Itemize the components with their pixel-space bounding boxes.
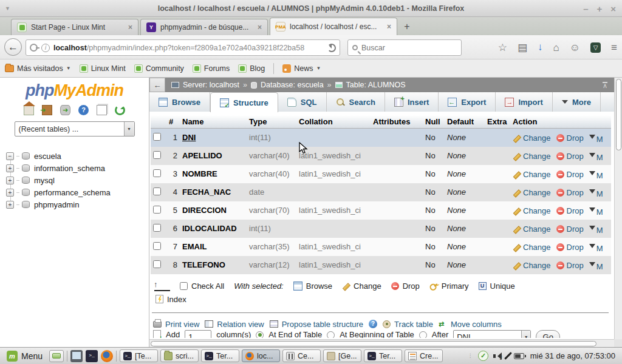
with-selected-browse[interactable]: Browse bbox=[293, 281, 332, 291]
change-link[interactable]: Change bbox=[513, 206, 551, 215]
change-link[interactable]: Change bbox=[513, 188, 551, 197]
row-checkbox[interactable] bbox=[153, 187, 161, 195]
tree-node-escuela[interactable]: − escuela bbox=[6, 150, 149, 162]
browser-tab-start-page[interactable]: Start Page - Linux Mint × bbox=[11, 19, 138, 35]
browser-tab-phpmyadmin[interactable]: PMA localhost / localhost / esc... × bbox=[270, 18, 397, 35]
column-name[interactable]: IDLOCALIDAD bbox=[180, 220, 247, 238]
taskbar-window-terminal-1[interactable]: >_[Te... bbox=[120, 349, 158, 362]
taskbar-window-firefox[interactable]: loc... bbox=[242, 349, 280, 362]
bookmark-forums[interactable]: Forums bbox=[193, 64, 230, 73]
search-bar[interactable] bbox=[347, 39, 462, 56]
help-icon[interactable]: ? bbox=[369, 320, 377, 328]
breadcrumb-server[interactable]: Server: localhost bbox=[183, 81, 239, 89]
with-selected-primary[interactable]: Primary bbox=[429, 281, 469, 291]
home-icon[interactable]: ⌂ bbox=[553, 42, 559, 53]
more-chevron-icon[interactable] bbox=[589, 171, 595, 178]
tab-search[interactable]: Search bbox=[327, 92, 385, 112]
taskbar-window-files[interactable]: scri... bbox=[160, 349, 199, 362]
pma-home-icon[interactable] bbox=[24, 105, 34, 115]
add-count-input[interactable]: 1 bbox=[185, 330, 211, 338]
row-checkbox[interactable] bbox=[153, 169, 161, 177]
with-selected-index[interactable]: Index bbox=[156, 295, 186, 304]
change-link[interactable]: Change bbox=[513, 152, 551, 161]
pma-logo[interactable]: phpMyAdmin bbox=[0, 81, 149, 100]
row-checkbox[interactable] bbox=[153, 260, 161, 268]
col-collation[interactable]: Collation bbox=[296, 115, 371, 129]
hamburger-menu-icon[interactable]: ≡ bbox=[611, 42, 617, 53]
taskbar-window-image[interactable]: [Ge... bbox=[323, 349, 361, 362]
back-button[interactable]: ← bbox=[4, 38, 22, 56]
bookmark-linux-mint[interactable]: Linux Mint bbox=[80, 64, 126, 73]
more-link[interactable]: M bbox=[596, 244, 603, 253]
tree-node-mysql[interactable]: + mysql bbox=[6, 174, 149, 186]
more-chevron-icon[interactable] bbox=[589, 244, 595, 251]
drop-link[interactable]: Drop bbox=[556, 133, 584, 143]
change-link[interactable]: Change bbox=[513, 224, 551, 234]
more-chevron-icon[interactable] bbox=[589, 189, 595, 197]
downloads-icon[interactable]: ↓ bbox=[538, 41, 543, 53]
col-type[interactable]: Type bbox=[247, 115, 296, 129]
drop-link[interactable]: Drop bbox=[556, 206, 584, 215]
taskbar-window-editor[interactable]: Cre... bbox=[405, 349, 443, 362]
drop-link[interactable]: Drop bbox=[556, 170, 584, 179]
bookmark-news[interactable]: News ▼ bbox=[282, 64, 321, 73]
tree-node-information-schema[interactable]: + information_schema bbox=[6, 162, 149, 174]
taskbar-clock[interactable]: mié 31 de ago, 07:53:00 bbox=[529, 351, 619, 360]
more-chevron-icon[interactable] bbox=[589, 153, 595, 160]
row-checkbox[interactable] bbox=[153, 206, 161, 214]
with-selected-drop[interactable]: Drop bbox=[391, 281, 420, 291]
change-link[interactable]: Change bbox=[513, 261, 551, 270]
change-link[interactable]: Change bbox=[513, 133, 551, 143]
tab-sql[interactable]: SQL bbox=[278, 92, 327, 112]
col-extra[interactable]: Extra bbox=[485, 115, 510, 129]
relation-view-link[interactable]: Relation view bbox=[205, 320, 264, 329]
show-desktop-button[interactable] bbox=[49, 350, 64, 362]
launcher-monitor[interactable] bbox=[70, 350, 83, 362]
reload-icon[interactable] bbox=[327, 44, 336, 52]
tab-more[interactable]: More bbox=[553, 92, 601, 112]
row-checkbox[interactable] bbox=[153, 242, 161, 250]
after-column-select[interactable]: DNI▼ bbox=[453, 330, 531, 338]
more-link[interactable]: M bbox=[596, 262, 603, 271]
bookmark-most-visited[interactable]: Más visitados ▼ bbox=[5, 64, 71, 73]
bookmark-blog[interactable]: Blog bbox=[238, 64, 265, 73]
drop-link[interactable]: Drop bbox=[556, 261, 584, 270]
collapse-sidebar-button[interactable]: ← bbox=[149, 78, 165, 92]
search-input[interactable] bbox=[361, 44, 459, 52]
logout-icon[interactable] bbox=[42, 105, 52, 115]
drop-link[interactable]: Drop bbox=[556, 188, 584, 197]
col-attributes[interactable]: Attributes bbox=[371, 115, 423, 129]
help-icon[interactable]: ? bbox=[78, 105, 89, 115]
drop-link[interactable]: Drop bbox=[556, 224, 584, 234]
taskbar-window-terminal-2[interactable]: >_Ter... bbox=[201, 349, 239, 362]
battery-icon[interactable] bbox=[514, 353, 524, 359]
at-end-radio[interactable] bbox=[256, 331, 264, 338]
tab-import[interactable]: Import bbox=[496, 92, 552, 112]
shield-addon-icon[interactable]: ▽ bbox=[590, 42, 601, 53]
query-window-icon[interactable] bbox=[60, 105, 70, 115]
tab-export[interactable]: Export bbox=[439, 92, 496, 112]
column-name[interactable]: DNI bbox=[180, 129, 247, 147]
mint-menu-button[interactable]: m Menu bbox=[3, 349, 46, 363]
check-all-checkbox[interactable] bbox=[180, 282, 188, 290]
documentation-icon[interactable] bbox=[97, 105, 107, 115]
breadcrumb-database[interactable]: Database: escuela bbox=[261, 81, 324, 89]
row-checkbox[interactable] bbox=[153, 224, 161, 232]
taskbar-window-settings[interactable]: Ce... bbox=[282, 349, 321, 362]
go-button[interactable]: Go bbox=[536, 330, 560, 338]
col-name[interactable]: Name bbox=[180, 115, 247, 129]
move-columns-link[interactable]: ⇄Move columns bbox=[439, 320, 502, 329]
more-link[interactable]: M bbox=[596, 207, 603, 217]
after-radio[interactable] bbox=[419, 331, 427, 338]
expand-expander-icon[interactable]: + bbox=[6, 177, 14, 184]
more-chevron-icon[interactable] bbox=[589, 262, 595, 269]
page-info-icon[interactable]: i bbox=[41, 44, 50, 52]
expand-expander-icon[interactable]: + bbox=[6, 201, 14, 209]
propose-structure-link[interactable]: Propose table structure bbox=[270, 320, 363, 329]
column-name[interactable]: EMAIL bbox=[180, 238, 247, 256]
more-link[interactable]: M bbox=[596, 171, 603, 180]
tab-close-icon[interactable]: × bbox=[128, 23, 132, 32]
drop-link[interactable]: Drop bbox=[556, 152, 584, 161]
browser-tab-search[interactable]: Y phpmyadmin - de búsque... × bbox=[140, 19, 268, 35]
launcher-firefox[interactable] bbox=[101, 350, 113, 362]
